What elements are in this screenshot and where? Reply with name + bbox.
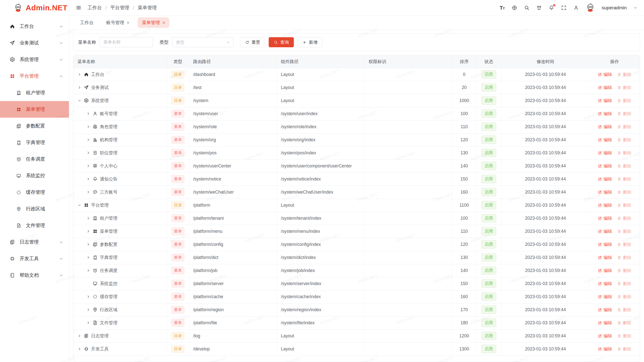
tree-arrow-icon[interactable] bbox=[86, 295, 90, 299]
edit-button[interactable]: 编辑 bbox=[598, 111, 612, 117]
tree-arrow-icon[interactable] bbox=[77, 99, 82, 103]
delete-button[interactable]: 删除 bbox=[617, 150, 631, 156]
add-button[interactable]: 新增 bbox=[297, 37, 323, 47]
tree-arrow-icon[interactable] bbox=[86, 190, 90, 194]
breadcrumb-item[interactable]: 工作台 bbox=[88, 5, 102, 11]
delete-button[interactable]: 删除 bbox=[617, 163, 631, 169]
tree-arrow-icon[interactable] bbox=[77, 85, 82, 89]
sidebar-item[interactable]: 工作台 bbox=[0, 18, 69, 35]
delete-button[interactable]: 删除 bbox=[617, 320, 631, 326]
edit-button[interactable]: 编辑 bbox=[598, 333, 612, 339]
sidebar-item[interactable]: 系统管理 bbox=[0, 51, 69, 68]
sidebar-item[interactable]: 日志管理 bbox=[0, 234, 69, 250]
tab[interactable]: 菜单管理× bbox=[138, 17, 169, 28]
edit-button[interactable]: 编辑 bbox=[598, 150, 612, 156]
breadcrumb-item[interactable]: 菜单管理 bbox=[138, 5, 157, 11]
language-icon[interactable] bbox=[512, 5, 517, 11]
edit-button[interactable]: 编辑 bbox=[598, 255, 612, 260]
tree-arrow-icon[interactable] bbox=[86, 112, 90, 116]
collapse-sidebar-icon[interactable] bbox=[76, 5, 82, 11]
search-icon[interactable] bbox=[524, 5, 530, 11]
delete-button[interactable]: 删除 bbox=[617, 176, 631, 182]
tree-arrow-icon[interactable] bbox=[77, 203, 82, 207]
tree-arrow-icon[interactable] bbox=[77, 347, 82, 351]
sidebar-item[interactable]: 业务测试 bbox=[0, 35, 69, 51]
sidebar-item[interactable]: 帮助文档 bbox=[0, 267, 69, 284]
edit-button[interactable]: 编辑 bbox=[598, 268, 612, 274]
tree-arrow-icon[interactable] bbox=[77, 72, 82, 76]
tree-arrow-icon[interactable] bbox=[86, 177, 90, 181]
edit-button[interactable]: 编辑 bbox=[598, 307, 612, 313]
delete-button[interactable]: 删除 bbox=[617, 215, 631, 221]
sidebar-subitem[interactable]: 参数配置 bbox=[0, 118, 69, 134]
tree-arrow-icon[interactable] bbox=[86, 308, 90, 312]
tree-arrow-icon[interactable] bbox=[86, 151, 90, 155]
edit-button[interactable]: 编辑 bbox=[598, 281, 612, 287]
delete-button[interactable]: 删除 bbox=[617, 202, 631, 208]
sidebar-subitem[interactable]: 任务调度 bbox=[0, 151, 69, 167]
tree-arrow-icon[interactable] bbox=[86, 321, 90, 325]
edit-button[interactable]: 编辑 bbox=[598, 242, 612, 247]
delete-button[interactable]: 删除 bbox=[617, 346, 631, 352]
sidebar-subitem[interactable]: 字典管理 bbox=[0, 134, 69, 151]
user-menu-chevron-icon[interactable] bbox=[633, 6, 637, 10]
edit-button[interactable]: 编辑 bbox=[598, 176, 612, 182]
username[interactable]: superadmin bbox=[602, 5, 627, 11]
edit-button[interactable]: 编辑 bbox=[598, 85, 612, 90]
delete-button[interactable]: 删除 bbox=[617, 281, 631, 287]
tree-arrow-icon[interactable] bbox=[86, 216, 90, 220]
edit-button[interactable]: 编辑 bbox=[598, 163, 612, 169]
edit-button[interactable]: 编辑 bbox=[598, 189, 612, 195]
tree-arrow-icon[interactable] bbox=[86, 125, 90, 129]
delete-button[interactable]: 删除 bbox=[617, 255, 631, 260]
delete-button[interactable]: 删除 bbox=[617, 294, 631, 300]
sidebar-subitem[interactable]: 行政区域 bbox=[0, 201, 69, 217]
sidebar-subitem[interactable]: 缓存管理 bbox=[0, 184, 69, 201]
search-button[interactable]: 查询 bbox=[269, 37, 294, 47]
user-icon[interactable] bbox=[573, 5, 579, 11]
tab-close-icon[interactable]: × bbox=[163, 21, 165, 25]
edit-button[interactable]: 编辑 bbox=[598, 320, 612, 326]
breadcrumb-item[interactable]: 平台管理 bbox=[110, 5, 129, 11]
delete-button[interactable]: 删除 bbox=[617, 85, 631, 90]
edit-button[interactable]: 编辑 bbox=[598, 124, 612, 130]
delete-button[interactable]: 删除 bbox=[617, 268, 631, 274]
delete-button[interactable]: 删除 bbox=[617, 137, 631, 143]
edit-button[interactable]: 编辑 bbox=[598, 294, 612, 300]
sidebar-subitem[interactable]: 文件管理 bbox=[0, 217, 69, 234]
delete-button[interactable]: 删除 bbox=[617, 242, 631, 247]
sidebar-item[interactable]: 平台管理 bbox=[0, 68, 69, 84]
edit-button[interactable]: 编辑 bbox=[598, 137, 612, 143]
delete-button[interactable]: 删除 bbox=[617, 98, 631, 104]
logo[interactable]: Admin.NET bbox=[0, 0, 69, 16]
tab[interactable]: 工作台 bbox=[76, 17, 98, 28]
edit-button[interactable]: 编辑 bbox=[598, 72, 612, 77]
edit-button[interactable]: 编辑 bbox=[598, 98, 612, 104]
edit-button[interactable]: 编辑 bbox=[598, 215, 612, 221]
edit-button[interactable]: 编辑 bbox=[598, 229, 612, 234]
font-size-icon[interactable]: TT bbox=[500, 5, 505, 11]
avatar[interactable] bbox=[586, 3, 595, 12]
menu-name-input[interactable] bbox=[100, 37, 153, 47]
tab[interactable]: 账号管理× bbox=[102, 17, 134, 28]
sidebar-subitem[interactable]: 系统监控 bbox=[0, 167, 69, 184]
sidebar-item[interactable]: 开发工具 bbox=[0, 250, 69, 267]
fullscreen-icon[interactable] bbox=[561, 5, 567, 11]
delete-button[interactable]: 删除 bbox=[617, 229, 631, 234]
sidebar-subitem[interactable]: 租户管理 bbox=[0, 84, 69, 101]
delete-button[interactable]: 删除 bbox=[617, 72, 631, 77]
delete-button[interactable]: 删除 bbox=[617, 307, 631, 313]
theme-shirt-icon[interactable] bbox=[536, 5, 542, 11]
delete-button[interactable]: 删除 bbox=[617, 189, 631, 195]
delete-button[interactable]: 删除 bbox=[617, 124, 631, 130]
sidebar-subitem[interactable]: 菜单管理 bbox=[0, 101, 69, 118]
tree-arrow-icon[interactable] bbox=[86, 255, 90, 259]
tree-arrow-icon[interactable] bbox=[86, 138, 90, 142]
delete-button[interactable]: 删除 bbox=[617, 333, 631, 339]
notification-bell-icon[interactable] bbox=[549, 5, 554, 11]
tab-close-icon[interactable]: × bbox=[127, 21, 129, 25]
delete-button[interactable]: 删除 bbox=[617, 111, 631, 117]
tree-arrow-icon[interactable] bbox=[77, 334, 82, 338]
edit-button[interactable]: 编辑 bbox=[598, 346, 612, 352]
tree-arrow-icon[interactable] bbox=[86, 229, 90, 233]
